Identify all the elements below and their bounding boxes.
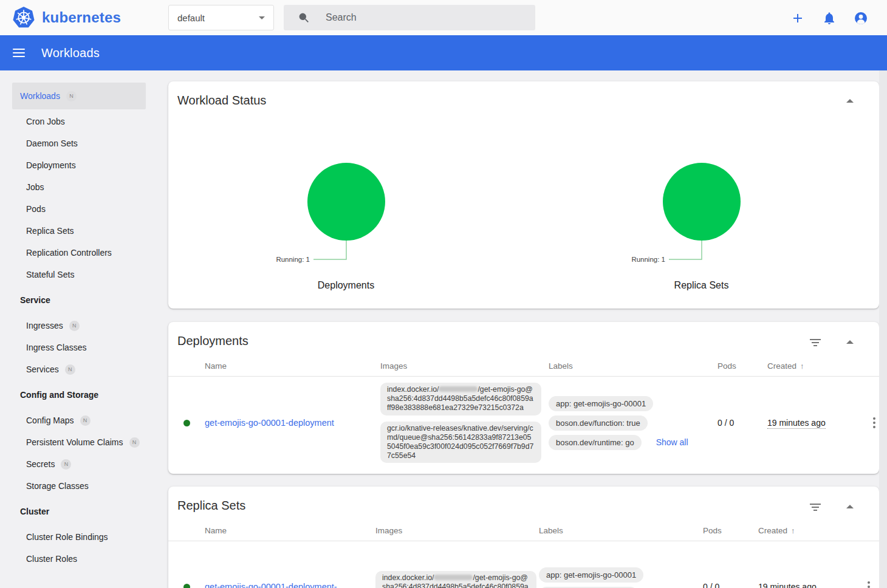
status-running-icon [183, 420, 190, 426]
callout-line [669, 241, 702, 259]
sidebar-item-label: Secrets [26, 459, 55, 469]
sidebar-item-persistent-volume-claims[interactable]: Persistent Volume ClaimsN [0, 431, 158, 453]
sidebar-item-ingress-classes[interactable]: Ingress Classes [0, 337, 158, 358]
callout-line [313, 241, 346, 259]
app-bar: Workloads [0, 35, 887, 70]
notifications-bell-icon[interactable] [822, 11, 837, 26]
label-chip: boson.dev/runtime: go [549, 435, 642, 450]
collapse-arrow-icon[interactable] [846, 505, 854, 508]
sidebar-item-replica-sets[interactable]: Replica Sets [0, 220, 158, 242]
menu-hamburger-icon[interactable] [13, 46, 25, 60]
namespace-selector[interactable]: default [168, 5, 274, 30]
replicaset-row: get-emojis-go-00001-deployment- index.do… [168, 541, 879, 588]
filter-icon[interactable] [810, 339, 821, 348]
sidebar-item-label: Cluster Roles [26, 554, 77, 564]
search-icon [298, 12, 310, 24]
sidebar-item-secrets[interactable]: SecretsN [0, 453, 158, 475]
deployments-table-header: Name Images Labels Pods Created↑ [168, 356, 879, 377]
sidebar-item-label: Stateful Sets [26, 270, 74, 279]
status-running-icon [183, 584, 190, 588]
collapse-arrow-icon[interactable] [846, 99, 854, 103]
sidebar-item-storage-classes[interactable]: Storage Classes [0, 475, 158, 497]
sidebar-item-services[interactable]: ServicesN [0, 358, 158, 380]
new-badge: N [129, 437, 140, 448]
replicaset-name-link[interactable]: get-emojis-go-00001-deployment- [205, 582, 337, 588]
collapse-arrow-icon[interactable] [846, 340, 854, 344]
replicasets-table-header: Name Images Labels Pods Created↑ [168, 521, 879, 541]
sidebar-item-replication-controllers[interactable]: Replication Controllers [0, 242, 158, 264]
page-title: Workloads [41, 46, 100, 60]
sidebar-section-cluster: Cluster [0, 501, 158, 522]
sort-ascending-icon: ↑ [800, 361, 804, 371]
deployments-title: Deployments [168, 322, 879, 348]
deployment-name-link[interactable]: get-emojis-go-00001-deployment [205, 418, 334, 428]
sidebar-item-workloads[interactable]: WorkloadsN [12, 83, 146, 109]
kubernetes-logo[interactable]: kubernetes [12, 6, 121, 29]
column-header-images[interactable]: Images [375, 526, 539, 535]
sidebar-item-jobs[interactable]: Jobs [0, 176, 158, 198]
sidebar-item-label: Ingresses [26, 321, 63, 330]
search-input[interactable] [326, 12, 496, 23]
label-chip: app: get-emojis-go-00001 [539, 567, 643, 583]
pie-slice-running [307, 163, 385, 241]
account-avatar-icon[interactable] [854, 11, 868, 26]
sidebar-item-deployments[interactable]: Deployments [0, 154, 158, 176]
main-content: Workload Status Running: 1 Deployments R [158, 70, 887, 588]
redacted-text [439, 386, 478, 392]
sidebar-item-label: Service [20, 295, 50, 305]
new-badge: N [69, 321, 80, 331]
sidebar-item-label: Daemon Sets [26, 138, 78, 148]
sidebar-item-pods[interactable]: Pods [0, 198, 158, 220]
sidebar-item-label: Services [26, 364, 59, 374]
column-header-created[interactable]: Created↑ [758, 526, 840, 535]
show-all-link[interactable]: Show all [656, 437, 688, 447]
chart-label: Deployments [168, 280, 524, 291]
image-chip: gcr.io/knative-releases/knative.dev/serv… [380, 422, 541, 463]
column-header-images[interactable]: Images [380, 361, 549, 371]
sidebar-item-daemon-sets[interactable]: Daemon Sets [0, 132, 158, 154]
workload-status-card: Workload Status Running: 1 Deployments R [168, 81, 879, 309]
pods-count: 0 / 0 [717, 418, 734, 428]
sidebar-item-config-maps[interactable]: Config MapsN [0, 409, 158, 431]
column-header-pods[interactable]: Pods [717, 361, 767, 371]
column-header-created[interactable]: Created↑ [767, 361, 846, 371]
filter-icon[interactable] [810, 504, 821, 513]
pods-count: 0 / 0 [703, 582, 719, 588]
workload-status-title: Workload Status [168, 81, 879, 108]
vertical-scrollbar[interactable] [879, 70, 887, 588]
created-time[interactable]: 19 minutes ago [758, 582, 817, 588]
kubernetes-helm-icon [12, 6, 35, 29]
callout-label: Running: 1 [631, 256, 665, 263]
sidebar-item-label: Persistent Volume Claims [26, 437, 123, 447]
column-header-name[interactable]: Name [205, 361, 380, 371]
column-header-labels[interactable]: Labels [549, 361, 717, 371]
column-header-labels[interactable]: Labels [539, 526, 703, 535]
created-time[interactable]: 19 minutes ago [767, 418, 826, 429]
new-badge: N [80, 415, 91, 426]
pie-slice-running [663, 163, 741, 241]
sidebar-item-ingresses[interactable]: IngressesN [0, 315, 158, 337]
sidebar-item-cluster-role-bindings[interactable]: Cluster Role Bindings [0, 526, 158, 548]
chart-label: Replica Sets [524, 280, 879, 291]
sidebar-item-label: Ingress Classes [26, 343, 87, 352]
replicasets-card: Replica Sets Name Images Labels Pods Cre… [168, 487, 879, 588]
sidebar-item-stateful-sets[interactable]: Stateful Sets [0, 264, 158, 285]
sidebar-item-cluster-roles[interactable]: Cluster Roles [0, 548, 158, 570]
search-bar [284, 5, 535, 30]
column-header-name[interactable]: Name [205, 526, 375, 535]
sidebar-item-cron-jobs[interactable]: Cron Jobs [0, 111, 158, 132]
column-header-pods[interactable]: Pods [703, 526, 758, 535]
sidebar-item-label: Config and Storage [20, 390, 98, 400]
replicasets-title: Replica Sets [168, 487, 879, 513]
top-header: kubernetes default [0, 0, 887, 35]
deployments-pie-svg: Running: 1 [170, 123, 522, 276]
image-chip: index.docker.io//get-emojis-go@sha256:4d… [375, 571, 536, 588]
images-cell: index.docker.io//get-emojis-go@sha256:4d… [375, 571, 539, 588]
row-menu-kebab-icon[interactable] [864, 578, 874, 588]
row-menu-kebab-icon[interactable] [869, 414, 879, 432]
labels-cell: app: get-emojis-go-00001 boson.dev/funct… [539, 567, 703, 588]
redacted-text [434, 575, 473, 580]
create-plus-icon[interactable] [790, 11, 805, 26]
sidebar-item-label: Cluster Role Bindings [26, 532, 108, 542]
sidebar-item-label: Jobs [26, 182, 44, 192]
